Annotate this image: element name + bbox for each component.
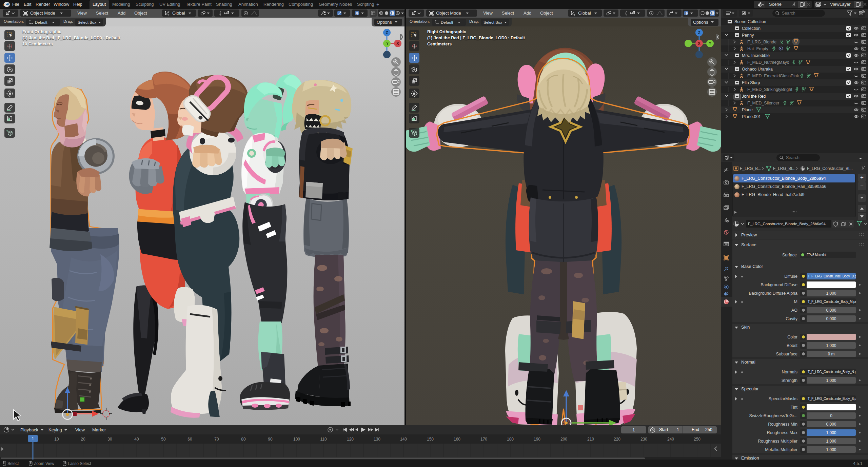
svg-text:50: 50 <box>161 437 166 442</box>
svg-text:240: 240 <box>667 437 674 442</box>
svg-text:10: 10 <box>54 437 59 442</box>
svg-text:170: 170 <box>480 437 487 442</box>
svg-text:F_MED_Silencer: F_MED_Silencer <box>747 101 779 105</box>
svg-text:Plane.001: Plane.001 <box>742 114 761 119</box>
svg-text:1: 1 <box>32 436 34 441</box>
svg-text:Ochaco Uraraka: Ochaco Uraraka <box>742 67 773 72</box>
svg-text:F_MED_NutmegMayo: F_MED_NutmegMayo <box>747 60 789 65</box>
svg-text:Ella Slurp: Ella Slurp <box>742 80 760 85</box>
svg-text:110: 110 <box>320 437 327 442</box>
svg-text:Y: Y <box>709 42 711 45</box>
svg-text:Plane: Plane <box>742 108 753 112</box>
svg-text:40: 40 <box>134 437 139 442</box>
svg-text:140: 140 <box>400 437 407 442</box>
svg-text:90: 90 <box>268 437 273 442</box>
svg-text:Lasso Select: Lasso Select <box>68 461 91 466</box>
svg-text:F_LRG_Blonde: F_LRG_Blonde <box>747 40 776 44</box>
svg-text:Penny: Penny <box>742 33 754 38</box>
svg-text:Collection: Collection <box>742 26 761 31</box>
svg-text:Scene Collection: Scene Collection <box>734 19 766 24</box>
svg-text:200: 200 <box>560 437 567 442</box>
svg-text:Select: Select <box>7 461 19 466</box>
svg-text:210: 210 <box>587 437 594 442</box>
svg-text:Z: Z <box>386 31 388 35</box>
svg-text:100: 100 <box>293 437 300 442</box>
svg-text:Mrs. Incredible: Mrs. Incredible <box>742 53 770 58</box>
svg-text:230: 230 <box>640 437 647 442</box>
svg-text:30: 30 <box>107 437 112 442</box>
svg-text:-Y: -Y <box>385 42 389 45</box>
svg-text:F_LRG_B...: F_LRG_B... <box>740 166 761 171</box>
svg-text:F_MED_EmeraldGlassPink: F_MED_EmeraldGlassPink <box>747 74 799 78</box>
svg-text:Hat_Empty: Hat_Empty <box>747 46 769 51</box>
svg-text:80: 80 <box>241 437 246 442</box>
svg-text:Z: Z <box>698 31 701 35</box>
svg-text:X: X <box>698 41 701 45</box>
svg-text:160: 160 <box>454 437 460 442</box>
svg-text:130: 130 <box>374 437 380 442</box>
svg-text:190: 190 <box>534 437 540 442</box>
svg-text:150: 150 <box>427 437 434 442</box>
svg-text:180: 180 <box>507 437 514 442</box>
svg-text:Joni the Red: Joni the Red <box>742 94 766 99</box>
svg-text:250: 250 <box>694 437 701 442</box>
svg-text:60: 60 <box>188 437 192 442</box>
svg-text:120: 120 <box>347 437 354 442</box>
svg-text:F_LRG_Constructor_Bl...: F_LRG_Constructor_Bl... <box>807 166 853 171</box>
svg-text:70: 70 <box>214 437 219 442</box>
svg-text:220: 220 <box>614 437 620 442</box>
svg-text:X: X <box>396 41 399 45</box>
svg-text:Zoom View: Zoom View <box>34 461 54 466</box>
svg-text:F_LRG_Bl...: F_LRG_Bl... <box>773 166 795 171</box>
svg-text:20: 20 <box>81 437 85 442</box>
svg-text:F_MED_StrikinglyBright: F_MED_StrikinglyBright <box>747 87 792 92</box>
